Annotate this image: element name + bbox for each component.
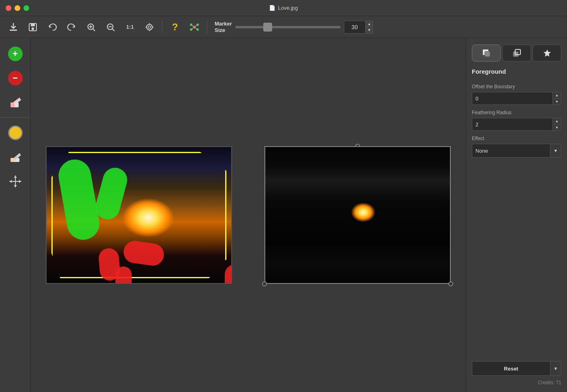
marker-size-label: MarkerSize <box>215 21 232 33</box>
star-icon <box>543 49 552 58</box>
offset-input[interactable] <box>472 92 552 105</box>
effect-select[interactable]: None Shadow Glow Outline <box>472 144 550 158</box>
marker-size-value: 30 <box>344 21 366 34</box>
marker-size-slider[interactable] <box>235 26 341 28</box>
minimize-button[interactable] <box>15 5 20 11</box>
tab-background[interactable] <box>502 45 531 62</box>
toolbar-separator <box>162 21 162 34</box>
green-plus-icon <box>8 47 23 61</box>
undo-button[interactable] <box>44 19 61 36</box>
result-silhouette <box>264 146 451 284</box>
eraser-button[interactable] <box>4 92 26 113</box>
title-icon: 📄 <box>269 5 275 11</box>
feathering-label: Feathering Radius <box>472 110 561 115</box>
feathering-down[interactable]: ▼ <box>552 124 561 131</box>
feathering-input[interactable] <box>472 118 552 131</box>
right-image[interactable] <box>264 146 451 284</box>
toolbar: 1:1 ? MarkerSize 30 <box>0 16 567 38</box>
maximize-button[interactable] <box>23 5 29 11</box>
offset-label: Offset the Boundary <box>472 84 561 89</box>
left-toolbar: − <box>0 38 31 392</box>
zoom-out-button[interactable] <box>102 19 119 36</box>
move-icon <box>9 175 22 188</box>
red-minus-icon: − <box>8 71 23 85</box>
offset-up[interactable]: ▲ <box>552 92 561 98</box>
redo-button[interactable] <box>63 19 80 36</box>
marker-size-group: MarkerSize 30 ▲ ▼ <box>215 21 373 34</box>
svg-point-7 <box>148 26 151 28</box>
tab-favorites[interactable] <box>533 45 561 62</box>
tab-foreground[interactable] <box>472 45 501 62</box>
toolbar-separator-2 <box>207 21 207 34</box>
right-image-wrapper <box>264 146 451 284</box>
reset-button[interactable]: Reset <box>472 361 550 376</box>
zoom-in-button[interactable] <box>83 19 100 36</box>
main-layout: − <box>0 38 567 392</box>
offset-input-row: ▲ ▼ <box>472 92 561 105</box>
color-picker-button[interactable] <box>4 122 26 144</box>
effect-select-row: None Shadow Glow Outline ▼ <box>472 144 561 158</box>
credits-label: Credits: 71 <box>472 380 561 386</box>
panel-tabs <box>472 45 561 62</box>
selection-handle-bottom-left[interactable] <box>262 281 267 286</box>
move-button[interactable] <box>4 170 26 192</box>
left-image-bg <box>47 147 231 283</box>
feathering-input-row: ▲ ▼ <box>472 118 561 131</box>
titlebar: 📄 Love.jpg <box>0 0 567 16</box>
mark-foreground-button[interactable] <box>4 43 26 65</box>
help-icon: ? <box>172 21 178 33</box>
molecule-button[interactable] <box>186 19 203 36</box>
help-button[interactable]: ? <box>166 19 183 36</box>
right-panel: Foreground Offset the Boundary ▲ ▼ Feath… <box>466 38 567 392</box>
close-button[interactable] <box>6 5 11 11</box>
yellow-circle-icon <box>8 126 23 140</box>
left-separator <box>0 117 30 118</box>
canvas-area <box>31 38 466 392</box>
tab-foreground-icon <box>482 49 491 58</box>
mark-background-button[interactable]: − <box>4 67 26 89</box>
paint-eraser-icon <box>9 151 22 164</box>
title-label: Love.jpg <box>278 5 298 11</box>
panel-section-title: Foreground <box>472 68 561 75</box>
reset-arrow[interactable]: ▼ <box>550 361 561 376</box>
left-image[interactable] <box>46 146 232 284</box>
offset-down[interactable]: ▼ <box>552 98 561 105</box>
effect-label: Effect <box>472 136 561 141</box>
reset-row: Reset ▼ <box>472 361 561 376</box>
svg-rect-2 <box>31 23 35 26</box>
feathering-up[interactable]: ▲ <box>552 118 561 124</box>
save-button[interactable] <box>24 19 41 36</box>
effect-select-arrow[interactable]: ▼ <box>550 144 561 158</box>
svg-point-6 <box>147 24 152 30</box>
offset-spinner: ▲ ▼ <box>552 92 561 105</box>
red-stroke-4 <box>115 266 132 284</box>
paint-eraser-button[interactable] <box>4 146 26 168</box>
svg-rect-23 <box>513 51 518 57</box>
feathering-spinner: ▲ ▼ <box>552 118 561 131</box>
marker-size-spinner: ▲ ▼ <box>366 21 373 34</box>
selection-handle-bottom-right[interactable] <box>448 281 453 286</box>
download-button[interactable] <box>5 19 22 36</box>
right-canvas[interactable] <box>249 38 466 392</box>
panel-footer: Reset ▼ Credits: 71 <box>472 356 561 386</box>
marker-size-down[interactable]: ▼ <box>366 27 373 34</box>
window-title: 📄 Love.jpg <box>269 5 298 11</box>
window-controls <box>6 5 29 11</box>
marker-size-up[interactable]: ▲ <box>366 21 373 27</box>
left-canvas[interactable] <box>31 38 247 392</box>
zoom-1to1-button[interactable]: 1:1 <box>122 19 139 36</box>
zoom-1to1-label: 1:1 <box>126 24 134 30</box>
svg-rect-22 <box>485 51 490 57</box>
zoom-fit-button[interactable] <box>141 19 158 36</box>
svg-rect-0 <box>10 30 17 31</box>
svg-rect-3 <box>32 28 34 30</box>
tab-background-icon <box>512 49 521 58</box>
eraser-icon <box>9 96 22 109</box>
